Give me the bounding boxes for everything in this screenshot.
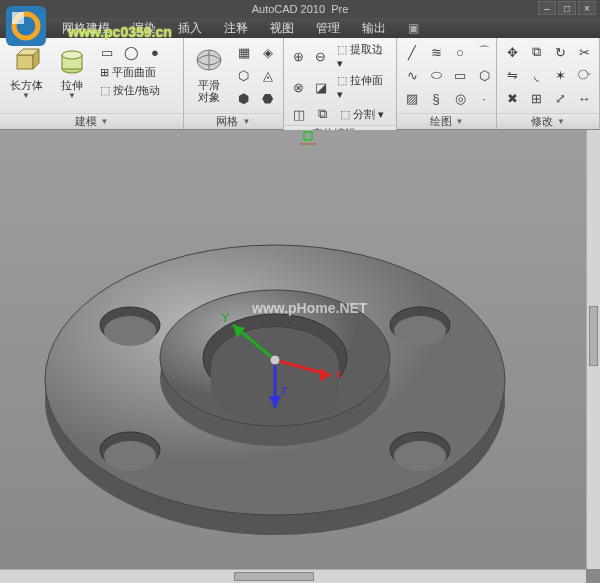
stretch-button[interactable]: ↔ [573,87,595,109]
vertical-scrollbar[interactable] [586,130,600,569]
cylinder-button[interactable]: ◯ [120,41,142,63]
arc-button[interactable]: ⌒ [473,41,495,63]
copy-button[interactable]: ⧉ [525,41,547,63]
mesh-b-button[interactable]: ⬣ [257,87,279,109]
svg-point-23 [394,441,446,471]
trim-button[interactable]: ✂ [573,41,595,63]
watermark-url-1: www.pc0359.cn [68,24,172,40]
mirror-button[interactable]: ⇋ [501,64,523,86]
app-title: AutoCAD 2010 [252,3,325,15]
panel-label: 修改 [531,114,553,129]
chevron-down-icon[interactable]: ▼ [456,117,464,126]
svg-point-30 [270,355,280,365]
donut-button[interactable]: ◎ [449,87,471,109]
explode-button[interactable]: ✶ [549,64,571,86]
logo-overlay [2,2,50,54]
mesh-crease-button[interactable]: ◬ [257,64,279,86]
ribbon: 长方体 ▼ 拉伸 ▼ ▭ ◯ ● ⊞ 平面曲面 ⬚ 按住/拖动 建模▼ [0,38,600,130]
point-button[interactable]: · [473,87,495,109]
box-label: 长方体 [10,79,43,91]
mesh-box-button[interactable]: ▦ [233,41,255,63]
polyline-button[interactable]: ≋ [425,41,447,63]
mesh-smooth-button[interactable]: ◈ [257,41,279,63]
array-button[interactable]: ⊞ [525,87,547,109]
presspull-button[interactable]: ⬚ 按住/拖动 [96,82,166,99]
menu-insert[interactable]: 插入 [168,18,212,39]
menu-manage[interactable]: 管理 [306,18,350,39]
rotate-button[interactable]: ↻ [549,41,571,63]
circle-button[interactable]: ○ [449,41,471,63]
line-button[interactable]: ╱ [401,41,423,63]
svg-rect-0 [17,55,33,69]
scale-button[interactable]: ⤢ [549,87,571,109]
svg-point-5 [62,51,82,59]
panel-label: 绘图 [430,114,452,129]
mesh-refine-button[interactable]: ⬡ [233,64,255,86]
panel-label: 网格 [216,114,238,129]
ucs-y-label: Y [221,310,230,325]
fillet-button[interactable]: ◟ [525,64,547,86]
drawing-canvas: x Y z [0,130,600,583]
extrude-face-button[interactable]: ⬚ 拉伸面 ▾ [333,72,392,102]
scrollbar-thumb[interactable] [234,572,314,581]
imprint-button[interactable]: ◪ [310,76,331,98]
panel-mesh: 平滑 对象 ▦◈ ⬡◬ ⬢⬣ 网格▼ [184,38,284,129]
menu-view[interactable]: 视图 [260,18,304,39]
polygon-button[interactable]: ⬡ [473,64,495,86]
helix-button[interactable]: § [425,87,447,109]
panel-modify: ✥⧉↻✂ ⇋◟✶⧂ ✖⊞⤢↔ 修改▼ [497,38,600,129]
svg-point-19 [394,316,446,346]
union-button[interactable]: ⊕ [288,45,309,67]
slice-button[interactable]: ⬚ 分割 ▾ [336,106,388,123]
watermark-url-2: www.pHome.NET [252,300,367,316]
ucs-z-label: z [281,382,288,397]
chevron-down-icon[interactable]: ▼ [242,117,250,126]
region-button[interactable]: ▨ [401,87,423,109]
scrollbar-thumb[interactable] [589,306,598,366]
spline-button[interactable]: ∿ [401,64,423,86]
offset-button[interactable]: ⧂ [573,64,595,86]
menu-output[interactable]: 输出 [352,18,396,39]
chevron-down-icon: ▼ [68,91,76,100]
chevron-down-icon[interactable]: ▼ [557,117,565,126]
svg-point-17 [104,316,156,346]
shell-button[interactable]: ◫ [288,103,310,125]
chevron-down-icon[interactable]: ▼ [101,117,109,126]
viewport[interactable]: x Y z [0,130,600,583]
extract-edges-button[interactable]: ⬚ 提取边 ▾ [333,41,392,71]
extrude-button[interactable]: 拉伸 ▼ [50,41,94,102]
svg-point-21 [104,441,156,471]
mesh-a-button[interactable]: ⬢ [233,87,255,109]
panel-label: 建模 [75,114,97,129]
rect-button[interactable]: ▭ [449,64,471,86]
subtract-button[interactable]: ⊖ [310,45,331,67]
panel-draw: ╱≋○⌒ ∿⬭▭⬡ ▨§◎· 绘图▼ [397,38,497,129]
extrude-label: 拉伸 [61,79,83,91]
intersect-button[interactable]: ⊗ [288,76,309,98]
ucs-x-label: x [335,366,342,381]
minimize-button[interactable]: – [538,1,556,15]
svg-rect-33 [12,12,24,24]
smooth-label: 平滑 对象 [198,79,220,103]
polysolid-button[interactable]: ▭ [96,41,118,63]
maximize-button[interactable]: □ [558,1,576,15]
separate-button[interactable]: ⧉ [312,103,334,125]
menu-expand-icon[interactable]: ▣ [398,19,429,37]
menu-annotate[interactable]: 注释 [214,18,258,39]
move-button[interactable]: ✥ [501,41,523,63]
titlebar: AutoCAD 2010 Pre – □ × [0,0,600,18]
panel-solid-editing: ⊕⊖⬚ 提取边 ▾ ⊗◪⬚ 拉伸面 ▾ ◫⧉⬚ 分割 ▾ 实体编辑▼ [284,38,397,129]
app-title-suffix: Pre [331,3,348,15]
smooth-object-button[interactable]: 平滑 对象 [188,41,231,105]
horizontal-scrollbar[interactable] [0,569,586,583]
sphere-button[interactable]: ● [144,41,166,63]
chevron-down-icon: ▼ [22,91,30,100]
erase-button[interactable]: ✖ [501,87,523,109]
planar-surface-button[interactable]: ⊞ 平面曲面 [96,64,166,81]
ellipse-button[interactable]: ⬭ [425,64,447,86]
close-button[interactable]: × [578,1,596,15]
